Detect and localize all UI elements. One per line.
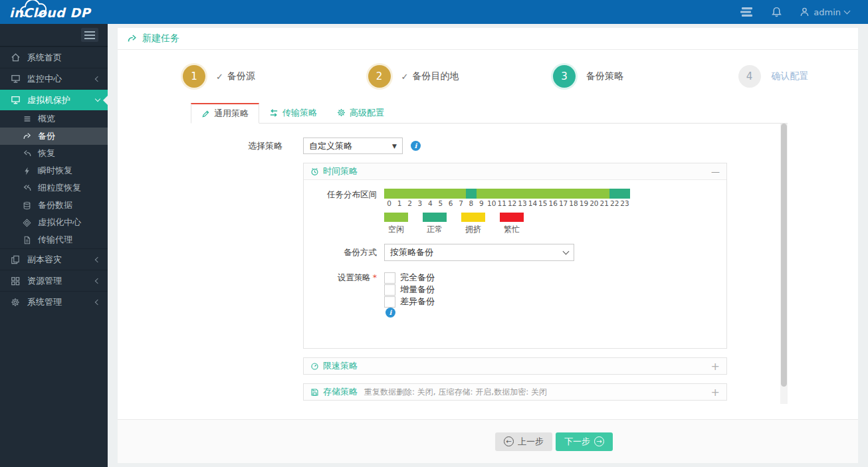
hour-segment-0[interactable] bbox=[384, 189, 394, 199]
tab-content-scroll-area: 选择策略 自定义策略 ▼ i 时间策略 — bbox=[191, 124, 788, 404]
hour-segment-12[interactable] bbox=[507, 189, 517, 199]
sidebar-item-backup[interactable]: 备份 bbox=[0, 128, 108, 145]
hour-segment-19[interactable] bbox=[579, 189, 589, 199]
hour-segment-2[interactable] bbox=[405, 189, 415, 199]
scrollbar-track[interactable] bbox=[780, 124, 788, 404]
info-icon[interactable]: i bbox=[411, 141, 421, 151]
sidebar-item-label: 监控中心 bbox=[27, 73, 62, 85]
sidebar-item-label: 虚拟化中心 bbox=[38, 217, 81, 229]
hour-segment-11[interactable] bbox=[497, 189, 507, 199]
checkbox[interactable] bbox=[384, 296, 395, 308]
checkbox-incremental-backup[interactable]: 增量备份 bbox=[384, 284, 435, 296]
checkbox-label: 差异备份 bbox=[400, 296, 435, 308]
set-policy-row: 设置策略* 完全备份 增量备份 差异备份 i bbox=[304, 272, 726, 318]
sidebar-item-transfer-agent[interactable]: 传输代理 bbox=[0, 231, 108, 248]
step-backup-source[interactable]: 1 ✓备份源 bbox=[118, 65, 303, 88]
hour-segment-21[interactable] bbox=[599, 189, 609, 199]
sidebar-item-vm-protection[interactable]: 虚拟机保护 bbox=[0, 89, 108, 110]
legend-swatch bbox=[461, 213, 485, 222]
sidebar-item-overview[interactable]: 概览 bbox=[0, 110, 108, 128]
tab-general-policy[interactable]: 通用策略 bbox=[191, 103, 259, 124]
tab-advanced-config[interactable]: 高级配置 bbox=[327, 102, 394, 123]
sidebar-item-label: 概览 bbox=[38, 113, 55, 125]
sidebar-item-virtualization-center[interactable]: 虚拟化中心 bbox=[0, 214, 108, 231]
step-number: 4 bbox=[738, 65, 761, 88]
hour-label: 14 bbox=[528, 199, 538, 207]
chevron-down-icon bbox=[95, 96, 100, 102]
task-queue-icon[interactable] bbox=[740, 7, 754, 17]
next-step-button[interactable]: 下一步 → bbox=[556, 432, 613, 451]
step-label: 备份策略 bbox=[586, 70, 623, 82]
gear-icon bbox=[10, 298, 21, 307]
sidebar-item-monitor-center[interactable]: 监控中心 bbox=[0, 68, 108, 89]
hour-label: 0 bbox=[384, 199, 394, 207]
hour-label: 12 bbox=[507, 199, 517, 207]
expand-plus-icon[interactable]: + bbox=[711, 386, 720, 399]
legend-item-busy: 繁忙 bbox=[500, 213, 524, 235]
hour-segment-14[interactable] bbox=[528, 189, 538, 199]
step-backup-policy[interactable]: 3 备份策略 bbox=[488, 65, 673, 88]
grid-icon bbox=[10, 276, 21, 286]
caret-down-icon: ▼ bbox=[392, 143, 397, 149]
checkbox-differential-backup[interactable]: 差异备份 bbox=[384, 296, 435, 308]
policy-select[interactable]: 自定义策略 ▼ bbox=[303, 138, 403, 154]
hour-segment-18[interactable] bbox=[569, 189, 579, 199]
panel-title: 时间策略 bbox=[323, 165, 358, 177]
hour-segment-15[interactable] bbox=[538, 189, 548, 199]
time-policy-header[interactable]: 时间策略 — bbox=[304, 163, 726, 180]
sidebar-item-label: 瞬时恢复 bbox=[38, 165, 72, 177]
sidebar-item-resource-mgmt[interactable]: 资源管理 bbox=[0, 270, 108, 291]
sidebar-item-replica-dr[interactable]: 副本容灾 bbox=[0, 248, 108, 270]
tab-label: 通用策略 bbox=[214, 108, 249, 120]
user-menu[interactable]: admin bbox=[800, 7, 849, 17]
scrollbar-thumb[interactable] bbox=[781, 124, 787, 387]
hour-segment-17[interactable] bbox=[558, 189, 568, 199]
hour-segment-8[interactable] bbox=[466, 189, 476, 199]
arrow-right-circle-icon: → bbox=[594, 436, 604, 446]
expand-plus-icon[interactable]: + bbox=[711, 360, 720, 373]
check-icon: ✓ bbox=[401, 72, 409, 82]
prev-step-button[interactable]: ← 上一步 bbox=[495, 432, 552, 451]
backup-mode-label: 备份方式 bbox=[304, 246, 377, 258]
hour-segment-7[interactable] bbox=[456, 189, 466, 199]
hour-segment-3[interactable] bbox=[415, 189, 425, 199]
speed-limit-policy-panel[interactable]: 限速策略 + bbox=[303, 357, 727, 375]
hour-segment-4[interactable] bbox=[425, 189, 435, 199]
backup-mode-value: 按策略备份 bbox=[390, 246, 433, 258]
tab-transfer-policy[interactable]: 传输策略 bbox=[259, 102, 327, 123]
sidebar-item-label: 备份 bbox=[38, 130, 55, 142]
hour-segment-6[interactable] bbox=[446, 189, 456, 199]
step-confirm-config[interactable]: 4 确认配置 bbox=[673, 65, 859, 88]
checkbox-full-backup[interactable]: 完全备份 bbox=[384, 272, 435, 284]
step-backup-destination[interactable]: 2 ✓备份目的地 bbox=[303, 65, 488, 88]
hour-segment-16[interactable] bbox=[548, 189, 558, 199]
hour-segment-22[interactable] bbox=[609, 189, 619, 199]
sidebar-item-restore[interactable]: 恢复 bbox=[0, 145, 108, 162]
arrow-left-circle-icon: ← bbox=[504, 436, 514, 446]
collapse-icon[interactable]: — bbox=[711, 167, 720, 177]
sidebar-item-granular-restore[interactable]: 细粒度恢复 bbox=[0, 179, 108, 197]
sidebar-item-home[interactable]: 系统首页 bbox=[0, 47, 108, 68]
info-icon[interactable]: i bbox=[385, 308, 395, 318]
chevron-left-icon bbox=[95, 76, 100, 81]
hour-segment-13[interactable] bbox=[517, 189, 527, 199]
checkbox[interactable] bbox=[384, 272, 395, 284]
hour-segment-20[interactable] bbox=[589, 189, 599, 199]
sidebar-item-instant-restore[interactable]: 瞬时恢复 bbox=[0, 162, 108, 179]
menu-toggle-icon[interactable] bbox=[81, 28, 98, 42]
legend-label: 繁忙 bbox=[504, 224, 520, 235]
hour-segment-23[interactable] bbox=[620, 189, 630, 199]
storage-policy-panel[interactable]: 存储策略 重复数据删除: 关闭, 压缩存储: 开启,数据加密: 关闭 + bbox=[303, 383, 727, 401]
hour-segment-9[interactable] bbox=[477, 189, 487, 199]
hour-segment-1[interactable] bbox=[394, 189, 404, 199]
sidebar-item-backup-data[interactable]: 备份数据 bbox=[0, 197, 108, 214]
backup-mode-select[interactable]: 按策略备份 bbox=[384, 244, 574, 261]
select-policy-label: 选择策略 bbox=[191, 140, 282, 152]
transfer-icon bbox=[269, 109, 278, 117]
checkbox[interactable] bbox=[384, 284, 395, 296]
sidebar-item-system-mgmt[interactable]: 系统管理 bbox=[0, 291, 108, 312]
bell-icon[interactable] bbox=[771, 6, 782, 18]
hour-segment-5[interactable] bbox=[435, 189, 445, 199]
hour-label: 10 bbox=[487, 199, 496, 207]
hour-segment-10[interactable] bbox=[487, 189, 496, 199]
